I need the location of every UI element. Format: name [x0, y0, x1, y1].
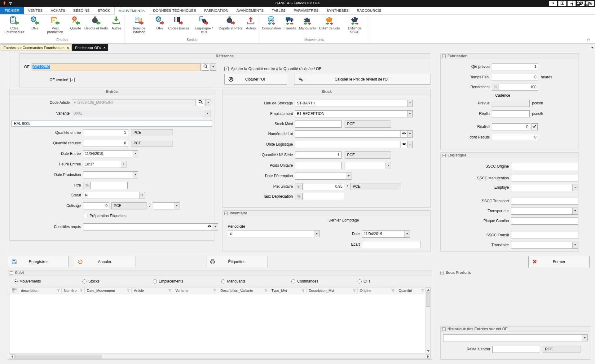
filter-icon[interactable] — [264, 289, 268, 293]
collapse-icon[interactable] — [442, 154, 446, 157]
view-button[interactable] — [206, 224, 213, 230]
close-icon[interactable]: × — [104, 46, 105, 50]
calculer-prix-button[interactable]: Calculer le Prix de revient de l'OF — [294, 74, 430, 85]
chevron-down-icon[interactable] — [139, 192, 145, 199]
statut-select[interactable] — [83, 192, 145, 199]
etiquettes-button[interactable]: Étiquettes — [206, 256, 267, 267]
chevron-down-icon[interactable] — [346, 173, 351, 179]
date-entree-input[interactable] — [83, 151, 133, 157]
prep-etiquettes-checkbox[interactable] — [83, 214, 87, 218]
help-button[interactable]: ? — [549, 1, 557, 6]
add-qty-checkbox[interactable] — [224, 67, 229, 71]
dont-rebuts-input[interactable] — [492, 134, 538, 141]
column-header-description-variante[interactable]: Description_Variante — [218, 287, 269, 294]
variante-select[interactable] — [72, 110, 210, 117]
table-body[interactable] — [10, 294, 426, 353]
heure-entree-select[interactable] — [83, 161, 126, 168]
annuler-button[interactable]: Annuler — [74, 256, 135, 267]
column-header-variante[interactable]: Variante — [173, 287, 218, 294]
filter-icon[interactable] — [126, 289, 130, 293]
collapse-icon[interactable] — [10, 271, 13, 275]
transporteur-input[interactable] — [511, 208, 572, 214]
expand-icon[interactable] — [440, 271, 444, 274]
emplacement-input[interactable] — [295, 111, 407, 117]
ribbon-button-manquants[interactable]: Manquants — [298, 15, 317, 37]
menu-item-avancements[interactable]: AVANCEMENTS — [232, 7, 268, 14]
qte-serie-input[interactable] — [295, 151, 342, 159]
chevron-down-icon[interactable] — [213, 224, 218, 230]
qte-rebutee-input[interactable] — [83, 140, 128, 147]
menu-item-fichier[interactable]: FICHIER — [0, 7, 24, 14]
column-header-article[interactable]: Article — [132, 287, 173, 294]
of-dropdown-button[interactable] — [210, 64, 216, 71]
employe-select[interactable] — [511, 184, 578, 191]
stock-maxi-input[interactable] — [295, 121, 342, 128]
chevron-down-icon[interactable] — [133, 151, 138, 157]
chevron-down-icon[interactable] — [314, 230, 319, 237]
sscc-transit-input[interactable] — [511, 232, 578, 239]
ribbon-button-qualite[interactable]: Qualité — [68, 15, 83, 37]
menu-item-raccourcis[interactable]: RACCOURCIS — [353, 7, 385, 14]
home-icon[interactable] — [576, 2, 581, 7]
collapse-icon[interactable] — [442, 327, 446, 331]
tab-list-icon[interactable] — [591, 45, 594, 50]
column-header-description[interactable]: description — [19, 287, 62, 294]
realise-check-button[interactable] — [531, 123, 538, 130]
periodicite-select[interactable] — [228, 230, 320, 237]
filter-icon[interactable] — [213, 289, 217, 293]
comptage-date-input[interactable] — [362, 231, 404, 237]
ribbon-button-utilis-de-sscc[interactable]: Utilis° de SSCC — [342, 15, 368, 37]
ribbon-button-cdes-fournisseurs[interactable]: Cdes Fournisseurs — [1, 15, 28, 37]
filter-icon[interactable] — [391, 289, 395, 293]
ribbon-button-codes-barres[interactable]: Codes Barres — [167, 15, 191, 37]
chevron-down-icon[interactable] — [572, 242, 578, 248]
chevron-down-icon[interactable] — [407, 141, 412, 148]
table-view-button[interactable] — [584, 2, 593, 7]
cloturer-of-button[interactable]: Clôturer l'OF — [224, 74, 287, 85]
menu-item-mouvements[interactable]: MOUVEMENTS — [114, 7, 149, 15]
of-input[interactable]: OF12259 — [32, 63, 201, 71]
collapse-ribbon-icon[interactable] — [586, 37, 591, 42]
horizontal-scrollbar[interactable] — [10, 354, 431, 359]
code-article-search-button[interactable] — [197, 99, 204, 106]
scrollbar-thumb[interactable] — [426, 292, 430, 307]
view-button[interactable] — [400, 141, 407, 148]
chevron-down-icon[interactable] — [407, 111, 412, 117]
menu-item-donnees-techniques[interactable]: DONNÉES TECHNIQUES — [149, 7, 200, 14]
prix-unitaire-input[interactable] — [302, 183, 344, 190]
ribbon-button-autres[interactable]: Autres — [109, 15, 124, 37]
poids-unitaire-input[interactable] — [295, 162, 342, 169]
menu-item-fabrication[interactable]: FABRICATION — [200, 7, 232, 14]
chevron-down-icon[interactable] — [582, 335, 587, 341]
chevron-down-icon[interactable] — [205, 110, 210, 117]
numero-lot-input[interactable] — [295, 131, 400, 137]
chevron-down-icon[interactable] — [174, 203, 179, 209]
view-button[interactable] — [400, 131, 407, 137]
collapse-icon[interactable] — [442, 55, 446, 58]
filter-icon[interactable] — [421, 289, 425, 293]
temps-fab-input[interactable] — [492, 74, 538, 81]
rendement-input[interactable] — [499, 84, 538, 91]
ribbon-button-depots-et-prets[interactable]: Dépôts et Prêts — [83, 15, 109, 37]
vertical-scrollbar[interactable] — [425, 287, 431, 353]
sous-produits-section[interactable]: Sous Produits — [440, 270, 471, 275]
radio-ofs[interactable]: OFs — [358, 278, 386, 284]
cadence-prevue-input[interactable] — [492, 100, 530, 107]
lieu-stockage-input[interactable] — [295, 100, 407, 107]
transporteur-select[interactable] — [511, 208, 578, 215]
periodicite-input[interactable] — [228, 230, 314, 237]
date-production-input[interactable] — [83, 172, 133, 178]
code-article-input[interactable] — [72, 99, 196, 106]
heure-entree-input[interactable] — [83, 161, 121, 168]
column-header-type-mvt[interactable]: Type_Mvt — [269, 287, 306, 294]
scroll-left-button[interactable] — [10, 354, 15, 358]
table-corner-button[interactable] — [10, 287, 19, 294]
sscc-transport-input[interactable] — [511, 198, 578, 205]
employe-input[interactable] — [511, 184, 572, 191]
qte-prevue-input[interactable] — [492, 63, 538, 70]
poids-unit-input[interactable] — [345, 162, 386, 169]
menu-item-besoins[interactable]: BESOINS — [69, 7, 94, 14]
menu-item-achats[interactable]: ACHATS — [47, 7, 69, 14]
chevron-down-icon[interactable] — [121, 161, 126, 168]
radio-stocks[interactable]: Stocks — [82, 278, 153, 284]
